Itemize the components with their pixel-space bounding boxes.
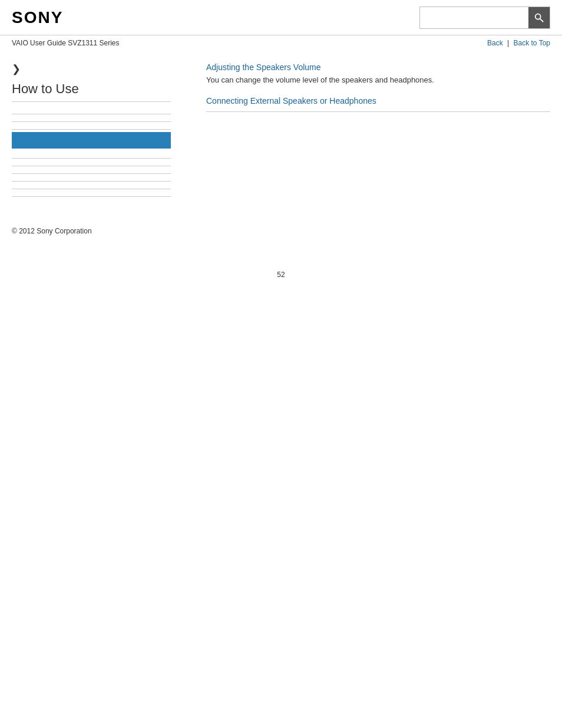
content-section-1: Adjusting the Speakers Volume You can ch… xyxy=(206,62,550,84)
footer: © 2012 Sony Corporation xyxy=(0,215,562,247)
sidebar-divider-0 xyxy=(12,101,171,102)
sidebar-item-1[interactable] xyxy=(12,107,171,114)
main-container: ❯ How to Use xyxy=(0,57,562,197)
back-link[interactable]: Back xyxy=(487,39,503,47)
nav-separator: | xyxy=(507,39,509,47)
search-wrapper xyxy=(419,6,550,29)
search-icon xyxy=(534,12,544,23)
adjusting-speakers-desc: You can change the volume level of the s… xyxy=(206,75,550,84)
sidebar-item-8[interactable] xyxy=(12,182,171,189)
sidebar-item-3[interactable] xyxy=(12,122,171,130)
sidebar-title: How to Use xyxy=(12,81,171,97)
copyright-text: © 2012 Sony Corporation xyxy=(12,227,92,235)
sidebar: ❯ How to Use xyxy=(12,57,183,197)
content-section-2: Connecting External Speakers or Headphon… xyxy=(206,96,550,112)
search-button[interactable] xyxy=(528,7,550,28)
content-area: Adjusting the Speakers Volume You can ch… xyxy=(183,57,550,197)
page-number: 52 xyxy=(0,271,562,291)
nav-links: Back | Back to Top xyxy=(487,39,550,47)
sidebar-item-4[interactable] xyxy=(12,151,171,159)
subheader: VAIO User Guide SVZ1311 Series Back | Ba… xyxy=(0,35,562,51)
sidebar-item-9[interactable] xyxy=(12,189,171,197)
connecting-speakers-link[interactable]: Connecting External Speakers or Headphon… xyxy=(206,96,550,106)
page-header: SONY xyxy=(0,0,562,35)
sidebar-item-5[interactable] xyxy=(12,159,171,166)
svg-point-0 xyxy=(535,14,541,19)
content-divider-1 xyxy=(206,111,550,112)
search-input[interactable] xyxy=(420,13,528,22)
back-to-top-link[interactable]: Back to Top xyxy=(514,39,550,47)
sidebar-item-2[interactable] xyxy=(12,114,171,122)
sidebar-item-6[interactable] xyxy=(12,166,171,174)
sidebar-item-7[interactable] xyxy=(12,174,171,182)
sidebar-chevron-icon[interactable]: ❯ xyxy=(12,62,171,75)
sidebar-highlighted-item[interactable] xyxy=(12,132,171,149)
sony-logo: SONY xyxy=(12,8,63,27)
guide-title: VAIO User Guide SVZ1311 Series xyxy=(12,39,120,47)
adjusting-speakers-link[interactable]: Adjusting the Speakers Volume xyxy=(206,62,550,72)
svg-line-1 xyxy=(540,18,543,21)
